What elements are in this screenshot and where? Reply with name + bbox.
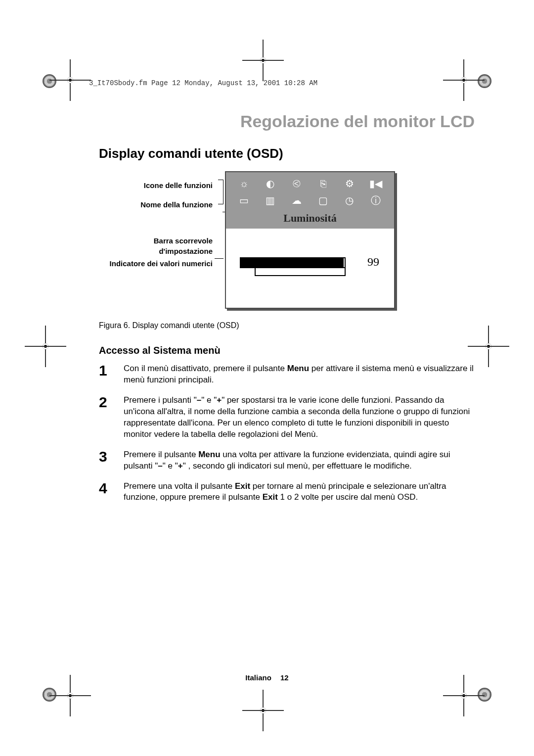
color-icon: ⚙ [336, 175, 362, 192]
osd-slider-scale [255, 268, 346, 276]
osd-value: 99 [367, 255, 379, 269]
autosize-icon: ▭ [231, 192, 257, 209]
zoom-icon: ▮◀ [363, 175, 389, 192]
cross-mark-icon [257, 54, 269, 66]
cross-mark-icon [64, 690, 76, 702]
language-icon: ☁ [284, 192, 310, 209]
info-icon: ⓘ [363, 192, 389, 209]
section-heading: Display comandi utente (OSD) [99, 146, 475, 161]
page-title: Regolazione del monitor LCD [99, 112, 475, 131]
osd-icon-grid: ☼ ◐ ⧀ ⎘ ⚙ ▮◀ ▭ ▥ ☁ ▢ ◷ ⓘ [226, 172, 394, 211]
hposition-icon: ⧀ [284, 175, 310, 192]
step-text: Premere una volta il pulsante Exit per t… [124, 481, 475, 504]
page-footer: Italiano 12 [0, 673, 534, 682]
reg-mark-icon [478, 688, 491, 702]
contrast-icon: ◐ [257, 175, 283, 192]
step-number: 4 [99, 481, 121, 504]
label-slider: Barra scorrevole d'impostazione [99, 236, 213, 256]
osd-function-name: Luminositá [226, 211, 394, 229]
step-text: Premere i pulsanti "–" e "+" per spostar… [124, 395, 475, 440]
label-numeric: Indicatore dei valori numerici [99, 258, 213, 269]
cross-mark-icon [483, 340, 494, 352]
reg-mark-icon [478, 74, 491, 88]
brightness-icon: ☼ [231, 175, 257, 192]
reg-mark-icon [43, 688, 56, 702]
subheading: Accesso al Sistema menù [99, 345, 475, 356]
cross-mark-icon [64, 74, 76, 86]
cross-mark-icon [40, 340, 51, 352]
footer-page-number: 12 [280, 673, 289, 682]
step-text: Premere il pulsante Menu una volta per a… [124, 449, 475, 472]
step-number: 2 [99, 395, 121, 440]
label-icons: Icone delle funzioni [99, 180, 213, 190]
steps-list: 1 Con il menù disattivato, premere il pu… [99, 363, 475, 503]
osd-slider [240, 257, 346, 268]
reg-mark-icon [43, 74, 56, 88]
figure-caption: Figura 6. Display comandi utente (OSD) [99, 321, 475, 330]
cross-mark-icon [257, 705, 269, 716]
step-number: 1 [99, 363, 121, 386]
source-file-header: 3_It70Sbody.fm Page 12 Monday, August 13… [89, 79, 475, 87]
screen-icon: ▢ [310, 192, 336, 209]
cross-mark-icon [458, 74, 470, 86]
step-text: Con il menù disattivato, premere il puls… [124, 363, 475, 386]
label-function-name: Nome della funzione [99, 199, 213, 210]
step-number: 3 [99, 449, 121, 472]
osd-figure: Icone delle funzioni Nome della funzione… [99, 171, 475, 309]
footer-language: Italiano [245, 673, 271, 682]
osd-panel: ☼ ◐ ⧀ ⎘ ⚙ ▮◀ ▭ ▥ ☁ ▢ ◷ ⓘ Luminositá [225, 171, 395, 309]
vposition-icon: ⎘ [310, 175, 336, 192]
phase-icon: ▥ [257, 192, 283, 209]
cross-mark-icon [458, 690, 470, 702]
clock-icon: ◷ [336, 192, 362, 209]
